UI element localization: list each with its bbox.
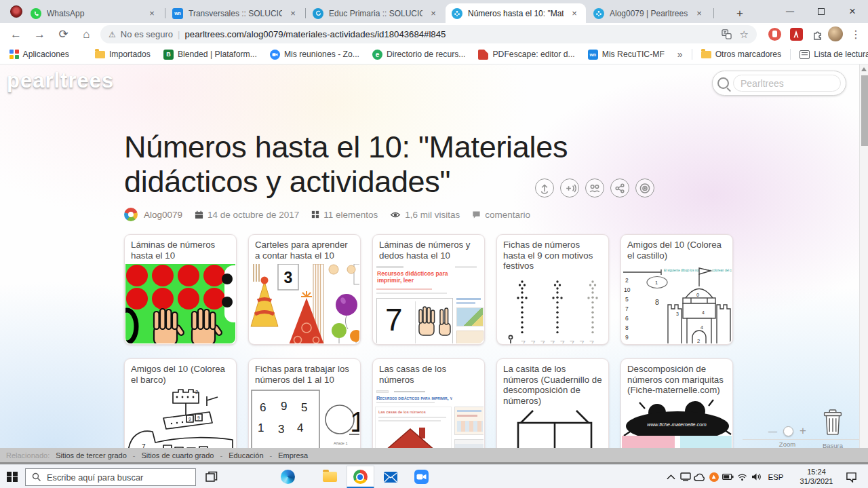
card-laminas-numeros[interactable]: Láminas de números hasta el 10 [124,234,237,345]
tray-avast-icon[interactable] [707,465,721,488]
card-fichas-festivos[interactable]: Fichas de números hasta el 9 con motivos… [496,234,609,345]
edge-taskbar-icon[interactable] [274,465,301,488]
card-thumbnail: Recursos didácticos para imprimir, ver, … [374,388,484,448]
bookmark-otros-marcadores[interactable]: Otros marcadores [701,50,782,59]
extensions-puzzle-icon[interactable] [810,26,826,42]
blog-sidebar-box [454,407,484,435]
search-input[interactable] [733,75,841,92]
author-avatar[interactable] [124,208,138,221]
taskbar-search-input[interactable] [47,472,189,483]
tray-language-indicator[interactable]: ESP [764,465,788,488]
card-amigos-barco[interactable]: Amigos del 10 (Colorea el barco) [124,358,237,448]
bookmark-star-icon[interactable]: ☆ [740,29,749,41]
page-scrollbar[interactable] [859,64,868,448]
pearltrees-logo[interactable]: pearltrees [7,69,114,93]
bookmark-importados[interactable]: Importados [95,50,151,59]
action-center-icon[interactable] [841,465,861,488]
bookmarks-overflow-icon[interactable]: » [677,49,683,60]
reload-button[interactable]: ⟳ [54,25,73,43]
tab-alog0079[interactable]: Alog0079 | Pearltrees × [587,3,711,23]
zoom-slider-knob[interactable] [783,426,793,436]
translate-icon[interactable] [722,29,732,39]
tray-onedrive-icon[interactable] [692,465,707,488]
svg-text:4: 4 [297,421,303,434]
taskbar-search[interactable] [25,468,196,486]
related-link-tercer-grado[interactable]: Sitios de tercer grado [56,451,127,459]
related-link-educacion[interactable]: Educación [229,451,263,459]
tab-close-button[interactable]: × [569,8,580,19]
bookmark-aplicaciones[interactable]: Aplicaciones [9,50,69,59]
tray-battery-icon[interactable] [721,465,735,488]
profile-avatar[interactable] [827,26,844,42]
add-collaborate-button[interactable] [560,179,579,198]
tray-volume-icon[interactable] [749,465,764,488]
bookmark-pdfescape[interactable]: PDFescape: editor d... [478,50,574,60]
bookmark-blended[interactable]: B Blended | Plataform... [163,50,257,60]
tab-whatsapp[interactable]: WhatsApp × [24,3,163,23]
svg-text:8: 8 [625,324,629,331]
card-casita-descomposicion[interactable]: La casita de los números (Cuadernillo de… [496,358,609,448]
card-laminas-dedos[interactable]: Láminas de números y dedos hasta el 10 R… [372,234,485,345]
file-explorer-taskbar-icon[interactable] [316,465,343,488]
pinned-tab-favicon[interactable] [10,5,22,18]
related-separator: - [133,451,136,459]
share-button[interactable] [610,179,629,198]
card-fichas-1-al-10[interactable]: Fichas para trabajar los números del 1 a… [248,358,361,448]
bookmark-recutic[interactable]: wn Mis RecuTIC-MF [588,50,665,60]
window-maximize-button[interactable] [806,0,837,22]
pearltrees-search[interactable] [712,71,846,96]
window-minimize-button[interactable]: — [774,0,806,22]
adblock-extension-icon[interactable] [766,26,783,42]
svg-text:1: 1 [655,280,658,286]
mail-taskbar-icon[interactable] [377,465,404,488]
tab-transversales[interactable]: wn Transversales :: SOLUCIONES × [166,3,304,23]
chrome-menu-icon[interactable]: ⋮ [848,26,864,42]
tab-close-button[interactable]: × [146,8,157,19]
team-button[interactable] [585,179,604,198]
folder-icon [95,51,105,58]
trash-control[interactable]: Basura [818,409,848,448]
related-link-empresa[interactable]: Empresa [278,451,308,459]
tab-separator [713,8,714,18]
svg-text:5: 5 [301,401,307,414]
scrollbar-up-arrow[interactable] [861,67,867,71]
reading-list-button[interactable]: Lista de lectura [800,50,868,59]
adobe-acrobat-extension-icon[interactable] [788,26,804,42]
tray-chevron-up-icon[interactable] [663,465,678,488]
start-button[interactable] [0,465,24,488]
tab-close-button[interactable]: × [288,8,298,19]
related-link-cuarto-grado[interactable]: Sitios de cuarto grado [141,451,214,459]
svg-text:2: 2 [697,338,700,343]
author-name[interactable]: Alog0079 [144,210,182,220]
address-bar[interactable]: ⚠ No es seguro | pearltrees.com/alog0079… [100,25,757,43]
tab-educ-primaria[interactable]: Educ Primaria :: SOLUCIONES × [307,3,445,23]
tab-numeros-active[interactable]: Números hasta el 10: "Mater × [446,3,586,23]
card-casas-numeros[interactable]: Las casas de los números Recursos didáct… [372,358,485,448]
target-button[interactable] [635,179,654,198]
new-tab-button[interactable]: + [731,5,749,22]
zoom-in-button[interactable]: + [800,424,806,438]
tray-clock[interactable]: 15:2431/3/2021 [792,465,841,488]
forward-button[interactable]: → [31,25,49,43]
zoom-out-button[interactable]: — [768,426,777,436]
task-view-button[interactable] [198,465,225,488]
zoom-taskbar-icon[interactable] [408,465,435,488]
back-button[interactable]: ← [7,25,25,43]
home-button[interactable]: ⌂ [77,25,96,43]
tray-tablet-mode-icon[interactable] [678,465,692,488]
window-close-button[interactable]: × [837,0,868,22]
tab-close-button[interactable]: × [694,8,705,19]
card-title: Las casas de los números [373,359,484,387]
chrome-taskbar-icon[interactable] [347,465,374,488]
comment-label[interactable]: comentario [485,210,530,220]
pdfescape-icon [478,50,488,60]
scrollbar-thumb[interactable] [861,75,868,146]
card-mariquitas[interactable]: Descomposición de números con mariquitas… [620,358,733,448]
bookmark-mis-reuniones[interactable]: Mis reuniones - Zo... [270,50,359,60]
bookmark-directorio[interactable]: e Directorio de recurs... [372,50,466,60]
card-amigos-castillo[interactable]: Amigos del 10 (Colorea el castillo) El s… [620,234,733,345]
tray-wifi-icon[interactable] [735,465,749,488]
tab-close-button[interactable]: × [428,8,439,19]
upload-button[interactable] [535,179,554,198]
card-carteles-contar[interactable]: Carteles para aprender a contar hasta el… [248,234,361,345]
